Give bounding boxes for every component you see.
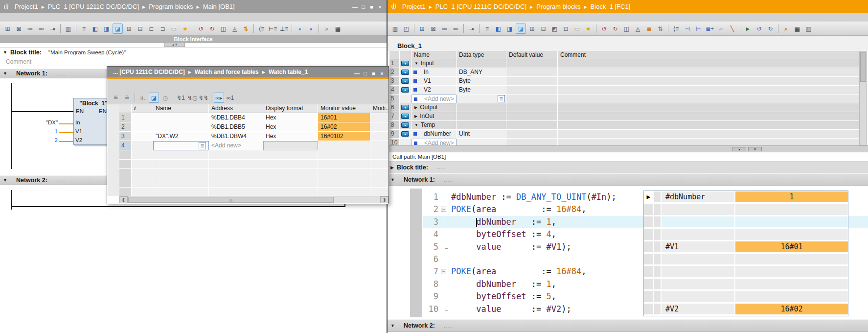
datatype-cell[interactable]: DB_ANY [457, 68, 506, 77]
interface-row[interactable]: 9◂dbNumberUInt [389, 130, 860, 139]
watch-hscrollbar[interactable]: ❮ ||| ❯ [119, 196, 389, 203]
group-arrow-icon[interactable]: ▼ [414, 59, 418, 68]
minimize-button[interactable]: — [351, 4, 359, 10]
toolbar-icon[interactable]: ╲ [727, 24, 737, 34]
toolbar-icon[interactable]: ⊥≡ [279, 24, 289, 34]
toolbar-icon[interactable]: ↻ [207, 24, 217, 34]
toolbar-icon[interactable]: ⊞ [2, 24, 13, 34]
interface-row[interactable]: 2◂InDB_ANY [389, 68, 860, 77]
toolbar-icon[interactable]: ⊞ [124, 24, 134, 34]
name-cell[interactable]: <Add new> [411, 95, 457, 103]
scroll-right-button[interactable]: ❯ [380, 196, 388, 203]
toolbar-icon[interactable]: ⇥ [466, 24, 477, 34]
interface-column-header[interactable] [400, 51, 411, 59]
toolbar-icon[interactable]: ⟨≡ [256, 24, 267, 34]
toolbar-icon[interactable]: ◪ [149, 93, 159, 103]
watch-cell[interactable] [370, 122, 389, 132]
breadcrumb-item[interactable]: PLC_1 [CPU 1211C DC/DC/DC] [435, 3, 526, 10]
default-value-cell[interactable] [506, 86, 558, 95]
monitor-name-cell[interactable]: #dbNumber [662, 191, 734, 202]
comment-cell[interactable] [558, 77, 860, 86]
watch-empty-row[interactable] [119, 150, 389, 160]
datatype-cell[interactable]: Byte [457, 77, 506, 86]
watch-cell[interactable] [370, 141, 389, 150]
monitor-value-cell[interactable] [735, 291, 848, 302]
toolbar-icon[interactable]: ◩ [549, 24, 560, 34]
toolbar-icon[interactable]: ⇅ [655, 24, 665, 34]
datatype-cell[interactable] [457, 103, 506, 112]
interface-row[interactable]: 6◂▶Output [389, 103, 860, 112]
restore-button[interactable]: □ [362, 71, 369, 76]
datatype-cell[interactable]: Byte [457, 86, 506, 95]
datatype-cell[interactable] [457, 59, 506, 68]
scrollbar-thumb[interactable] [860, 52, 866, 82]
address-cell[interactable]: %DB1.DBB5 [209, 122, 263, 132]
toolbar-icon[interactable]: ≣ [644, 24, 654, 34]
comment-placeholder[interactable]: Comment [0, 57, 387, 66]
toolbar-icon[interactable]: ≡ [79, 24, 89, 34]
watch-cell[interactable] [119, 160, 132, 169]
toolbar-icon[interactable]: ▥ [63, 24, 73, 34]
toolbar-icon[interactable]: ★ [583, 24, 594, 34]
name-cell[interactable]: ▼Temp [411, 121, 457, 130]
watch-titlebar[interactable]: ... [CPU 1211C DC/DC/DC]▶Watch and force… [107, 67, 388, 77]
interface-column-header[interactable]: Comment [558, 51, 860, 59]
watch-column-header[interactable]: i [132, 104, 153, 113]
toolbar-icon[interactable]: ≔ [439, 24, 450, 34]
toolbar-icon[interactable]: ⌕ [321, 24, 332, 34]
name-cell[interactable]: ▼Input [411, 59, 457, 68]
toolbar-icon[interactable]: ⟨≡ [671, 24, 681, 34]
toolbar-icon[interactable]: ⊟ [135, 24, 145, 34]
toolbar-icon[interactable]: ◨ [101, 24, 112, 34]
toolbar-icon[interactable]: ≡ [482, 24, 492, 34]
toolbar-icon[interactable]: ↻ [765, 24, 776, 34]
watch-cell[interactable] [263, 178, 318, 188]
tag-name-cell[interactable] [153, 113, 209, 122]
monitor-value-cell[interactable] [735, 216, 848, 227]
interface-row[interactable]: 8◂▼Temp [389, 121, 860, 130]
display-format-cell[interactable]: Hex [263, 122, 318, 132]
toolbar-icon[interactable]: ⊐ [158, 24, 168, 34]
monitor-value-cell[interactable] [735, 279, 848, 289]
variable-name[interactable]: V1 [424, 77, 431, 85]
watch-cell[interactable] [318, 160, 370, 169]
monitor-name-cell[interactable] [662, 266, 734, 277]
tag-name-cell[interactable]: "DX".W2 [153, 132, 209, 141]
watch-cell[interactable] [263, 169, 318, 178]
breadcrumb-item[interactable]: PLC_1 [CPU 1211C DC/DC/DC] [48, 3, 139, 10]
monitor-value-cell[interactable] [735, 266, 848, 277]
monitor-value-cell[interactable] [318, 141, 370, 150]
watch-cell[interactable] [132, 141, 153, 150]
monitor-name-cell[interactable] [662, 291, 734, 302]
toolbar-icon[interactable]: ⌐ [716, 24, 726, 34]
default-value-cell[interactable] [506, 139, 558, 145]
monitor-name-cell[interactable] [662, 204, 734, 214]
address-cell[interactable]: %DB1.DBB4 [209, 113, 263, 122]
toolbar-icon[interactable]: ⊞ [417, 24, 427, 34]
toolbar-icon[interactable]: ▦ [792, 24, 802, 34]
watch-cell[interactable] [318, 169, 370, 178]
breadcrumb-item[interactable]: Project1 [15, 3, 38, 10]
toolbar-icon[interactable]: ↯↯ [198, 93, 208, 103]
toolbar-icon[interactable]: ▭ [572, 24, 582, 34]
toolbar-icon[interactable]: ◧ [493, 24, 503, 34]
variable-name[interactable]: dbNumber [424, 130, 451, 138]
watch-cell[interactable] [209, 150, 263, 160]
network-2-header[interactable]: ▼ Network 2: ..... [388, 319, 868, 332]
code-line[interactable]: value := #V1); [451, 241, 571, 254]
watch-cell[interactable] [153, 150, 209, 160]
code-line[interactable]: POKE(area := 16#84, [451, 265, 586, 278]
fold-collapse-icon[interactable]: − [441, 207, 446, 212]
name-cell[interactable]: dbNumber [411, 130, 457, 139]
toolbar-icon[interactable]: ⇅ [241, 24, 251, 34]
right-titlebar[interactable]: Project1▶PLC_1 [CPU 1211C DC/DC/DC]▶Prog… [388, 0, 868, 13]
variable-name[interactable]: V2 [424, 86, 431, 94]
code-line[interactable]: dbNumber := 1, [451, 216, 556, 229]
close-button[interactable]: × [376, 4, 384, 10]
watch-table-row[interactable]: 2%DB1.DBB5Hex16#02 [119, 122, 389, 132]
toolbar-icon[interactable]: ★ [180, 24, 190, 34]
watch-column-header[interactable]: Name [153, 104, 209, 113]
group-arrow-icon[interactable]: ▶ [414, 112, 417, 120]
interface-row[interactable]: 10<Add new> [389, 139, 860, 145]
name-cell[interactable]: ▶Output [411, 103, 457, 112]
